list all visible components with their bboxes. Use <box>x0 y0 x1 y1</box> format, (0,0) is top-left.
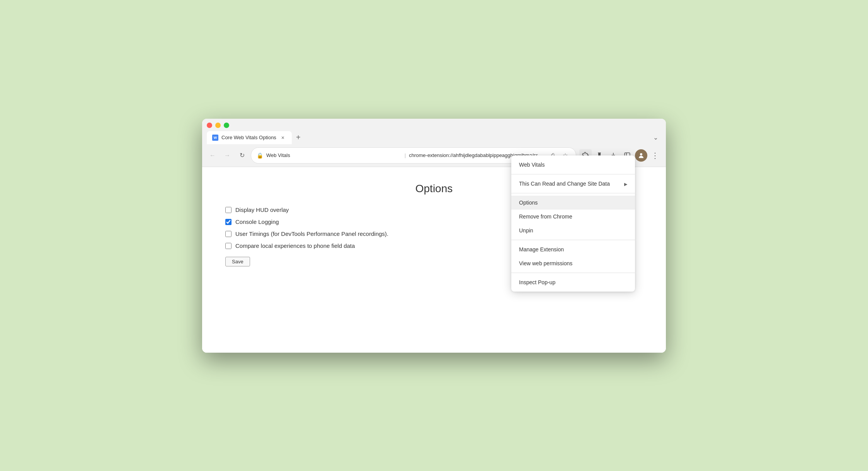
address-separator: | <box>405 152 406 158</box>
tab-label: Core Web Vitals Options <box>221 135 276 140</box>
checkbox-console[interactable] <box>225 219 231 225</box>
menu-item-manage[interactable]: Manage Extension <box>511 242 635 256</box>
svg-point-3 <box>640 153 642 155</box>
reload-button[interactable]: ↻ <box>236 150 248 161</box>
minimize-button[interactable] <box>215 123 221 128</box>
menu-item-site-data[interactable]: This Can Read and Change Site Data <box>511 177 635 191</box>
menu-item-inspect[interactable]: Inspect Pop-up <box>511 275 635 289</box>
menu-divider-4 <box>511 273 635 273</box>
address-site-name: Web Vitals <box>266 152 402 158</box>
address-security-icon: 🔒 <box>257 152 263 159</box>
save-button[interactable]: Save <box>225 257 250 266</box>
menu-item-options[interactable]: Options <box>511 196 635 210</box>
close-button[interactable] <box>207 123 212 128</box>
more-button[interactable]: ⋮ <box>649 149 661 162</box>
menu-item-web-vitals[interactable]: Web Vitals <box>511 158 635 172</box>
label-compare: Compare local experiences to phone field… <box>235 242 355 249</box>
tab-dropdown-button[interactable]: ⌄ <box>650 132 661 143</box>
back-button[interactable]: ← <box>207 150 218 161</box>
menu-item-arrow-icon <box>624 181 627 187</box>
menu-divider-1 <box>511 174 635 174</box>
menu-item-remove[interactable]: Remove from Chrome <box>511 210 635 224</box>
new-tab-button[interactable]: + <box>293 132 304 143</box>
profile-button[interactable] <box>635 149 647 162</box>
checkbox-hud[interactable] <box>225 207 231 213</box>
label-console: Console Logging <box>235 218 279 225</box>
label-timings: User Timings (for DevTools Performance P… <box>235 230 388 237</box>
maximize-button[interactable] <box>224 123 229 128</box>
active-tab[interactable]: W Core Web Vitals Options × <box>207 131 292 144</box>
tabs-row: W Core Web Vitals Options × + ⌄ <box>207 131 661 144</box>
menu-divider-2 <box>511 193 635 193</box>
menu-item-permissions[interactable]: View web permissions <box>511 256 635 270</box>
forward-button[interactable]: → <box>221 150 233 161</box>
menu-divider-3 <box>511 240 635 240</box>
traffic-lights <box>207 123 661 128</box>
context-menu: Web Vitals This Can Read and Change Site… <box>511 155 635 292</box>
browser-window: W Core Web Vitals Options × + ⌄ ← → ↻ 🔒 … <box>202 119 666 353</box>
tab-favicon: W <box>212 135 218 141</box>
title-bar: W Core Web Vitals Options × + ⌄ <box>202 119 666 144</box>
checkbox-timings[interactable] <box>225 231 231 237</box>
tab-close-button[interactable]: × <box>279 134 286 141</box>
checkbox-compare[interactable] <box>225 243 231 249</box>
menu-item-unpin[interactable]: Unpin <box>511 224 635 237</box>
label-hud: Display HUD overlay <box>235 206 289 213</box>
